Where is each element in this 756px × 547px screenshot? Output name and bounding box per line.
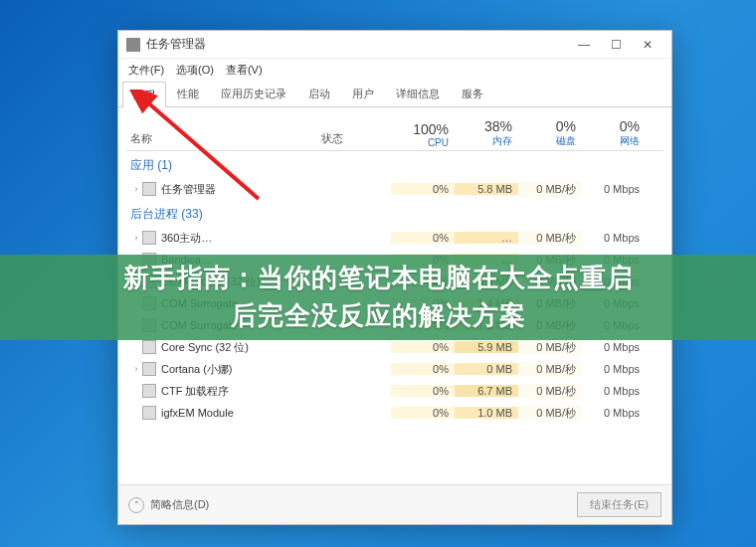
tab-startup[interactable]: 启动 <box>297 81 341 106</box>
cell-cpu: 0% <box>391 385 455 397</box>
menubar: 文件(F) 选项(O) 查看(V) <box>118 59 671 81</box>
tab-performance[interactable]: 性能 <box>166 81 210 106</box>
process-name: 任务管理器 <box>161 182 216 197</box>
chevron-right-icon: › <box>130 233 142 243</box>
cell-cpu: 0% <box>391 232 455 244</box>
table-row[interactable]: ›任务管理器0%5.8 MB0 MB/秒0 Mbps <box>126 178 663 200</box>
end-task-button[interactable]: 结束任务(E) <box>577 492 662 517</box>
tab-processes[interactable]: 进程 <box>122 82 166 107</box>
cell-cpu: 0% <box>391 183 455 195</box>
overlay-banner: 新手指南：当你的笔记本电脑在大全点重启 后完全没反应的解决方案 <box>0 255 756 340</box>
menu-options[interactable]: 选项(O) <box>172 61 218 80</box>
cell-cpu: 0% <box>391 407 455 419</box>
cell-disk: 0 MB/秒 <box>518 384 582 399</box>
cell-mem: 6.7 MB <box>455 385 518 397</box>
app-icon <box>142 384 156 398</box>
cell-disk: 0 MB/秒 <box>518 231 582 246</box>
statusbar: ˄ 简略信息(D) 结束任务(E) <box>118 484 671 524</box>
cell-net: 0 Mbps <box>582 407 646 419</box>
minimize-button[interactable]: — <box>568 34 600 56</box>
app-icon <box>142 231 156 245</box>
cell-net: 0 Mbps <box>582 385 646 397</box>
cell-disk: 0 MB/秒 <box>518 362 582 377</box>
app-icon <box>142 406 156 420</box>
col-network[interactable]: 0% 网络 <box>582 118 646 150</box>
cell-mem: 5.9 MB <box>455 341 518 353</box>
maximize-button[interactable]: ☐ <box>600 34 632 56</box>
titlebar: 任务管理器 — ☐ ✕ <box>118 31 671 59</box>
cell-mem: … <box>455 232 518 244</box>
desktop-background: 任务管理器 — ☐ ✕ 文件(F) 选项(O) 查看(V) 进程 性能 应用历史… <box>0 0 756 547</box>
cell-mem: 5.8 MB <box>455 183 518 195</box>
app-icon <box>142 182 156 196</box>
app-icon <box>142 340 156 354</box>
cell-disk: 0 MB/秒 <box>518 182 582 197</box>
cell-net: 0 Mbps <box>582 341 646 353</box>
process-name: CTF 加载程序 <box>161 384 229 399</box>
table-header: 名称 状态 100% CPU 38% 内存 0% 磁盘 0% 网络 <box>126 111 663 151</box>
col-status[interactable]: 状态 <box>321 131 391 150</box>
col-cpu[interactable]: 100% CPU <box>391 121 455 150</box>
cell-cpu: 0% <box>391 363 455 375</box>
cell-mem: 0 MB <box>455 363 518 375</box>
chevron-right-icon: › <box>130 364 142 374</box>
cell-cpu: 0% <box>391 341 455 353</box>
tab-bar: 进程 性能 应用历史记录 启动 用户 详细信息 服务 <box>118 81 671 107</box>
col-memory[interactable]: 38% 内存 <box>455 118 518 150</box>
window-title: 任务管理器 <box>146 36 568 53</box>
tab-details[interactable]: 详细信息 <box>385 81 451 106</box>
app-icon <box>142 362 156 376</box>
process-name: Core Sync (32 位) <box>161 340 249 355</box>
table-row[interactable]: CTF 加载程序0%6.7 MB0 MB/秒0 Mbps <box>126 380 663 402</box>
tab-history[interactable]: 应用历史记录 <box>210 81 297 106</box>
cell-net: 0 Mbps <box>582 183 646 195</box>
process-name: igfxEM Module <box>161 407 234 419</box>
process-name: 360主动… <box>161 231 212 246</box>
cell-net: 0 Mbps <box>582 232 646 244</box>
cell-mem: 1.0 MB <box>455 407 518 419</box>
cell-disk: 0 MB/秒 <box>518 406 582 421</box>
chevron-up-icon: ˄ <box>128 497 144 513</box>
table-row[interactable]: ›Cortana (小娜)0%0 MB0 MB/秒0 Mbps <box>126 358 663 380</box>
process-name: Cortana (小娜) <box>161 362 233 377</box>
group-background[interactable]: 后台进程 (33) <box>126 200 663 227</box>
col-disk[interactable]: 0% 磁盘 <box>518 118 582 150</box>
table-row[interactable]: igfxEM Module0%1.0 MB0 MB/秒0 Mbps <box>126 402 663 424</box>
col-name[interactable]: 名称 <box>126 131 321 150</box>
overlay-text: 新手指南：当你的笔记本电脑在大全点重启 后完全没反应的解决方案 <box>123 260 634 334</box>
cell-net: 0 Mbps <box>582 363 646 375</box>
tab-services[interactable]: 服务 <box>451 81 494 106</box>
cell-disk: 0 MB/秒 <box>518 340 582 355</box>
chevron-right-icon: › <box>130 184 142 194</box>
close-button[interactable]: ✕ <box>632 34 663 56</box>
taskmgr-icon <box>126 38 140 52</box>
group-apps[interactable]: 应用 (1) <box>126 151 663 178</box>
tab-users[interactable]: 用户 <box>341 81 385 106</box>
menu-file[interactable]: 文件(F) <box>124 61 168 80</box>
menu-view[interactable]: 查看(V) <box>222 61 267 80</box>
table-row[interactable]: ›360主动…0%…0 MB/秒0 Mbps <box>126 227 663 249</box>
fewer-details-button[interactable]: ˄ 简略信息(D) <box>128 497 209 513</box>
